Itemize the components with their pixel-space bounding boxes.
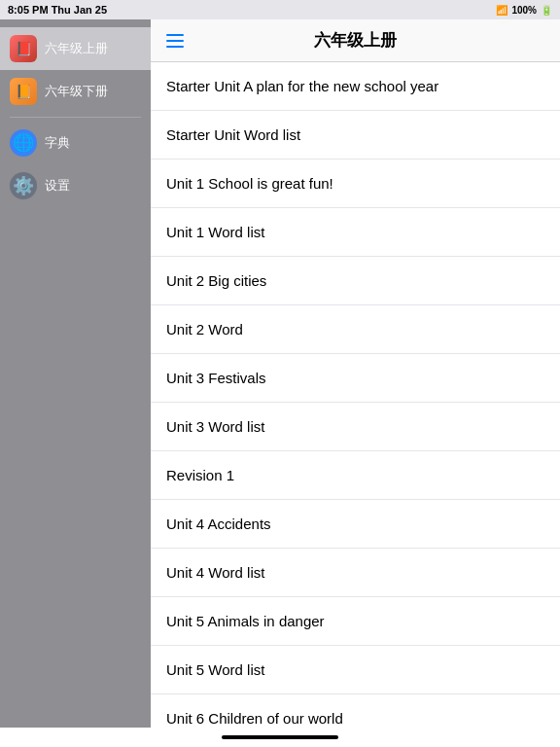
hamburger-line1 [166, 34, 184, 36]
list-item[interactable]: Unit 1 Word list [151, 208, 560, 257]
list-item[interactable]: Unit 2 Big cities [151, 257, 560, 305]
list-item[interactable]: Unit 3 Festivals [151, 354, 560, 403]
list-item-text: Starter Unit Word list [166, 126, 300, 143]
list-item[interactable]: Unit 1 School is great fun! [151, 160, 560, 208]
list-item-text: Unit 1 Word list [166, 224, 264, 240]
sidebar: 📕 六年级上册 📙 六年级下册 🌐 字典 ⚙️ 设置 [0, 19, 151, 728]
home-bar [222, 735, 338, 739]
dict-icon: 🌐 [10, 129, 37, 157]
wifi-icon: 📶 [496, 5, 508, 16]
list-item[interactable]: Revision 1 [151, 451, 560, 500]
list-item-text: Unit 3 Word list [166, 418, 264, 435]
list-item-text: Unit 4 Word list [166, 564, 264, 581]
list-item-text: Unit 3 Festivals [166, 370, 266, 386]
sidebar-label-dict: 字典 [45, 134, 70, 152]
main-layout: 📕 六年级上册 📙 六年级下册 🌐 字典 ⚙️ 设置 六年级上册 [0, 19, 560, 728]
sidebar-label-book2: 六年级下册 [45, 83, 108, 100]
list-item[interactable]: Unit 6 Children of our world [151, 694, 560, 728]
sidebar-item-settings[interactable]: ⚙️ 设置 [0, 164, 151, 207]
sidebar-item-book2[interactable]: 📙 六年级下册 [0, 70, 151, 113]
list-item[interactable]: Starter Unit A plan for the new school y… [151, 62, 560, 111]
list-item-text: Starter Unit A plan for the new school y… [166, 78, 438, 94]
list-container[interactable]: Starter Unit A plan for the new school y… [151, 62, 560, 728]
list-item-text: Unit 6 Children of our world [166, 710, 343, 727]
home-indicator [0, 728, 560, 747]
list-item[interactable]: Unit 4 Accidents [151, 500, 560, 549]
battery-label: 100% [511, 5, 537, 16]
list-item[interactable]: Unit 4 Word list [151, 549, 560, 597]
status-bar: 8:05 PM Thu Jan 25 📶 100% 🔋 [0, 0, 560, 19]
list-item[interactable]: Unit 5 Animals in danger [151, 597, 560, 646]
sidebar-label-settings: 设置 [45, 177, 70, 195]
list-item[interactable]: Starter Unit Word list [151, 111, 560, 160]
status-icons: 📶 100% 🔋 [496, 5, 552, 16]
status-time: 8:05 PM Thu Jan 25 [8, 4, 107, 16]
list-item-text: Unit 2 Big cities [166, 272, 266, 289]
battery-icon: 🔋 [541, 5, 552, 16]
sidebar-label-book1: 六年级上册 [45, 40, 108, 57]
sidebar-divider [10, 117, 141, 118]
list-item-text: Unit 5 Animals in danger [166, 613, 325, 629]
sidebar-item-dict[interactable]: 🌐 字典 [0, 122, 151, 164]
hamburger-line3 [166, 46, 184, 48]
list-item-text: Unit 2 Word [166, 321, 243, 338]
content-area: 六年级上册 Starter Unit A plan for the new sc… [151, 19, 560, 728]
menu-button[interactable] [162, 30, 188, 52]
list-item[interactable]: Unit 2 Word [151, 305, 560, 354]
book2-icon: 📙 [10, 78, 37, 105]
list-item-text: Unit 4 Accidents [166, 516, 271, 532]
book1-icon: 📕 [10, 35, 37, 62]
list-item[interactable]: Unit 5 Word list [151, 646, 560, 694]
list-item-text: Revision 1 [166, 467, 234, 483]
nav-bar: 六年级上册 [151, 19, 560, 62]
hamburger-line2 [166, 40, 184, 42]
nav-title: 六年级上册 [314, 29, 397, 52]
settings-icon: ⚙️ [10, 172, 37, 199]
list-item-text: Unit 1 School is great fun! [166, 175, 333, 192]
list-item[interactable]: Unit 3 Word list [151, 403, 560, 451]
list-item-text: Unit 5 Word list [166, 661, 264, 678]
sidebar-item-book1[interactable]: 📕 六年级上册 [0, 27, 151, 70]
